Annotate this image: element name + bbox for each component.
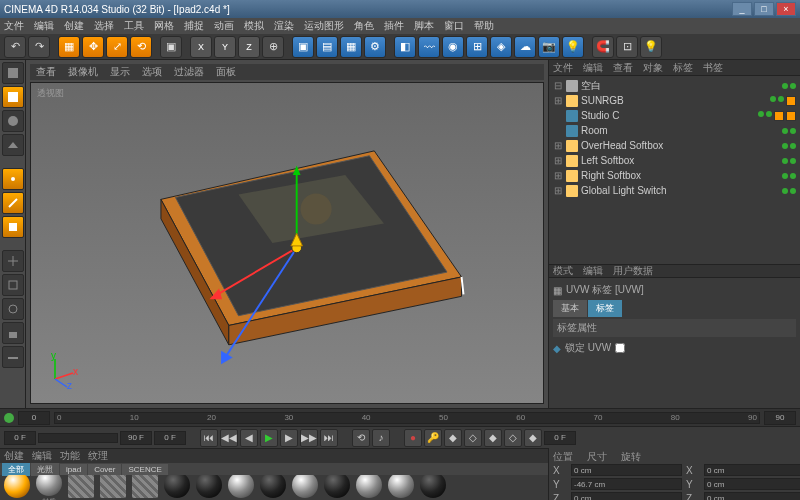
poly-mode[interactable]: [2, 216, 24, 238]
prim-env[interactable]: ☁: [514, 36, 536, 58]
range-end[interactable]: [120, 431, 152, 445]
om-edit[interactable]: 编辑: [583, 61, 603, 75]
coord-Z-size[interactable]: [704, 492, 800, 500]
record-button[interactable]: ●: [404, 429, 422, 447]
light-tool[interactable]: 💡: [640, 36, 662, 58]
prim-cube[interactable]: ◧: [394, 36, 416, 58]
attr-tab-tag[interactable]: 标签: [588, 300, 622, 317]
material-Cyc-Te[interactable]: Cyc-Te: [354, 475, 384, 500]
prev-frame[interactable]: ◀: [240, 429, 258, 447]
edge-mode[interactable]: [2, 192, 24, 214]
make-editable[interactable]: [2, 62, 24, 84]
next-key[interactable]: ▶▶: [300, 429, 318, 447]
material-front_li[interactable]: front_li: [418, 475, 448, 500]
hierarchy-item[interactable]: ⊞SUNRGB: [549, 93, 800, 108]
loop-button[interactable]: ⟲: [352, 429, 370, 447]
material-button[interactable]: button: [290, 475, 320, 500]
magnet-tool[interactable]: 🧲: [592, 36, 614, 58]
prim-nurbs[interactable]: ◉: [442, 36, 464, 58]
undo-button[interactable]: ↶: [4, 36, 26, 58]
hierarchy-item[interactable]: ⊞Global Light Switch: [549, 183, 800, 198]
material-buttons[interactable]: buttons: [322, 475, 352, 500]
mat-func[interactable]: 功能: [60, 449, 80, 463]
mat-create[interactable]: 创建: [4, 449, 24, 463]
prev-key[interactable]: ◀◀: [220, 429, 238, 447]
key-rot[interactable]: ◆: [484, 429, 502, 447]
om-bookmarks[interactable]: 书签: [703, 61, 723, 75]
material-body1[interactable]: body1: [226, 475, 256, 500]
om-tags[interactable]: 标签: [673, 61, 693, 75]
render-settings[interactable]: ⚙: [364, 36, 386, 58]
attr-edit[interactable]: 编辑: [583, 264, 603, 278]
mat-tex[interactable]: 纹理: [88, 449, 108, 463]
sound-button[interactable]: ♪: [372, 429, 390, 447]
om-file[interactable]: 文件: [553, 61, 573, 75]
play-button[interactable]: ▶: [260, 429, 278, 447]
material-back_li[interactable]: back_li: [130, 475, 160, 500]
view-filter[interactable]: 过滤器: [174, 65, 204, 79]
current-frame[interactable]: [154, 431, 186, 445]
matgroup-scene[interactable]: SCENCE: [122, 464, 167, 475]
coord-system[interactable]: ⊕: [262, 36, 284, 58]
planar-workplane[interactable]: [2, 346, 24, 368]
close-button[interactable]: ×: [776, 2, 796, 16]
hierarchy-item[interactable]: ⊞Left Softbox: [549, 153, 800, 168]
view-options[interactable]: 选项: [142, 65, 162, 79]
material-body[interactable]: body: [194, 475, 224, 500]
menu-select[interactable]: 选择: [94, 19, 114, 33]
matgroup-light[interactable]: 光照: [31, 463, 59, 476]
render-region[interactable]: ▤: [316, 36, 338, 58]
maximize-button[interactable]: □: [754, 2, 774, 16]
attr-tab-basic[interactable]: 基本: [553, 300, 587, 317]
y-axis-lock[interactable]: Y: [214, 36, 236, 58]
view-camera[interactable]: 摄像机: [68, 65, 98, 79]
coord-Y-size[interactable]: [704, 478, 800, 490]
material-材质[interactable]: 材质: [34, 475, 64, 500]
menu-snap[interactable]: 捕捉: [184, 19, 204, 33]
range-slider[interactable]: [38, 433, 118, 443]
menu-mesh[interactable]: 网格: [154, 19, 174, 33]
key-pos[interactable]: ◆: [444, 429, 462, 447]
view-view[interactable]: 查看: [36, 65, 56, 79]
render-view[interactable]: ▣: [292, 36, 314, 58]
timeline-end[interactable]: [764, 411, 796, 425]
recent-tool[interactable]: ▣: [160, 36, 182, 58]
enable-axis[interactable]: [2, 250, 24, 272]
prim-array[interactable]: ⊞: [466, 36, 488, 58]
material-red[interactable]: red: [2, 475, 32, 500]
menu-window[interactable]: 窗口: [444, 19, 464, 33]
autokey-button[interactable]: 🔑: [424, 429, 442, 447]
range-start[interactable]: [4, 431, 36, 445]
timeline[interactable]: 0102030405060708090: [0, 408, 800, 426]
menu-render[interactable]: 渲染: [274, 19, 294, 33]
render-picture[interactable]: ▦: [340, 36, 362, 58]
point-mode[interactable]: [2, 168, 24, 190]
hierarchy-item[interactable]: Studio C: [549, 108, 800, 123]
mat-edit[interactable]: 编辑: [32, 449, 52, 463]
snap-toggle[interactable]: [2, 298, 24, 320]
z-axis-lock[interactable]: Z: [238, 36, 260, 58]
hierarchy-item[interactable]: ⊞Right Softbox: [549, 168, 800, 183]
menu-script[interactable]: 脚本: [414, 19, 434, 33]
redo-button[interactable]: ↷: [28, 36, 50, 58]
key-scale[interactable]: ◇: [464, 429, 482, 447]
matgroup-ipad[interactable]: ipad: [60, 464, 87, 475]
goto-end[interactable]: ⏭: [320, 429, 338, 447]
workplane-tool[interactable]: ⊡: [616, 36, 638, 58]
frame-field[interactable]: [544, 431, 576, 445]
menu-plugins[interactable]: 插件: [384, 19, 404, 33]
hierarchy-item[interactable]: Room: [549, 123, 800, 138]
model-mode[interactable]: [2, 86, 24, 108]
coord-X-pos[interactable]: [571, 464, 682, 476]
coord-X-size[interactable]: [704, 464, 800, 476]
material-screen[interactable]: screen: [98, 475, 128, 500]
hierarchy-item[interactable]: ⊟空白: [549, 78, 800, 93]
view-panel[interactable]: 面板: [216, 65, 236, 79]
timeline-slider[interactable]: 0102030405060708090: [54, 412, 760, 424]
material-DEFAU[interactable]: DEFAU: [66, 475, 96, 500]
goto-start[interactable]: ⏮: [200, 429, 218, 447]
key-param[interactable]: ◇: [504, 429, 522, 447]
coord-Z-pos[interactable]: [571, 492, 682, 500]
hierarchy-item[interactable]: ⊞OverHead Softbox: [549, 138, 800, 153]
om-view[interactable]: 查看: [613, 61, 633, 75]
